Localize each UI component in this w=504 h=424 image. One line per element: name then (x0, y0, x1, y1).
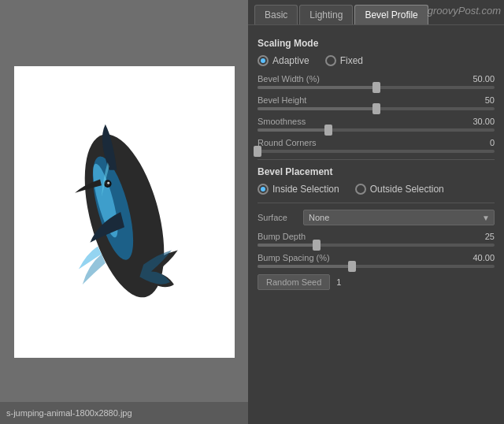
round-corners-value: 0 (467, 138, 495, 147)
radio-adaptive[interactable]: Adaptive (258, 55, 309, 66)
smoothness-track[interactable] (258, 128, 495, 132)
bevel-placement-group: Inside Selection Outside Selection (258, 184, 495, 195)
bevel-width-thumb[interactable] (372, 82, 380, 93)
bevel-height-fill (258, 107, 376, 110)
random-seed-button[interactable]: Random Seed (258, 274, 330, 290)
bump-spacing-track[interactable] (258, 265, 495, 268)
dolphin-image (54, 94, 195, 330)
bevel-width-row: Bevel Width (%) 50.00 (258, 74, 495, 89)
radio-outside[interactable]: Outside Selection (355, 184, 444, 195)
bump-spacing-row: Bump Spacing (%) 40.00 (258, 253, 495, 268)
radio-adaptive-label: Adaptive (272, 55, 309, 66)
bump-depth-fill (258, 244, 317, 247)
tabs-wrapper: Basic Lighting Bevel Profile groovyPost.… (248, 0, 504, 25)
bump-depth-label: Bump Depth (258, 232, 306, 241)
smoothness-fill (258, 128, 328, 132)
bevel-height-value: 50 (467, 95, 495, 105)
bevel-width-fill (258, 86, 376, 89)
bump-spacing-label: Bump Spacing (%) (258, 253, 330, 262)
divider-2 (258, 203, 495, 203)
filename-bar: s-jumping-animal-1800x2880.jpg (0, 402, 248, 424)
divider-1 (258, 159, 495, 160)
tab-bevel-profile[interactable]: Bevel Profile (354, 5, 428, 24)
bevel-height-row: Bevel Height 50 (258, 95, 495, 110)
smoothness-row: Smoothness 30.00 (258, 117, 495, 132)
main-layout: s-jumping-animal-1800x2880.jpg Basic Lig… (0, 0, 504, 424)
radio-inside[interactable]: Inside Selection (258, 184, 339, 195)
bump-depth-thumb[interactable] (313, 240, 321, 251)
bevel-width-value: 50.00 (467, 74, 495, 84)
watermark: groovyPost.com (428, 5, 501, 17)
radio-adaptive-circle (258, 55, 269, 66)
tab-lighting[interactable]: Lighting (299, 5, 353, 24)
seed-value: 1 (336, 277, 341, 287)
bump-depth-value: 25 (467, 232, 495, 241)
bump-spacing-value: 40.00 (467, 253, 495, 262)
bump-spacing-fill (258, 265, 352, 268)
round-corners-thumb[interactable] (254, 146, 261, 157)
smoothness-value: 30.00 (467, 117, 495, 126)
round-corners-row: Round Corners 0 (258, 138, 495, 153)
radio-inside-circle (258, 184, 269, 195)
radio-outside-circle (355, 184, 366, 195)
surface-row: Surface None Flat Matte Gloss ▼ (258, 210, 495, 225)
bevel-width-label: Bevel Width (%) (258, 74, 320, 84)
image-container (14, 66, 235, 358)
surface-select[interactable]: None Flat Matte Gloss (303, 210, 495, 225)
canvas-area: s-jumping-animal-1800x2880.jpg (0, 0, 248, 424)
bevel-height-thumb[interactable] (372, 103, 380, 114)
scaling-mode-group: Adaptive Fixed (258, 55, 495, 66)
tab-basic[interactable]: Basic (254, 5, 298, 24)
surface-label: Surface (258, 213, 297, 222)
radio-fixed[interactable]: Fixed (325, 55, 363, 66)
bevel-height-track[interactable] (258, 107, 495, 110)
panel-content: Scaling Mode Adaptive Fixed Bevel Width … (248, 25, 504, 424)
radio-fixed-circle (325, 55, 336, 66)
smoothness-thumb[interactable] (324, 125, 332, 136)
seed-row: Random Seed 1 (258, 274, 495, 290)
bump-depth-track[interactable] (258, 244, 495, 247)
bump-depth-row: Bump Depth 25 (258, 232, 495, 247)
filename-text: s-jumping-animal-1800x2880.jpg (6, 408, 132, 418)
right-panel: Basic Lighting Bevel Profile groovyPost.… (248, 0, 504, 424)
svg-point-5 (107, 182, 109, 184)
scaling-mode-title: Scaling Mode (258, 38, 495, 49)
bump-spacing-thumb[interactable] (348, 261, 356, 272)
bevel-width-track[interactable] (258, 86, 495, 89)
bevel-placement-title: Bevel Placement (258, 166, 495, 177)
round-corners-track[interactable] (258, 150, 495, 153)
smoothness-label: Smoothness (258, 117, 306, 126)
surface-dropdown-wrapper: None Flat Matte Gloss ▼ (303, 210, 495, 225)
radio-inside-label: Inside Selection (272, 184, 339, 195)
bevel-height-label: Bevel Height (258, 95, 306, 105)
radio-fixed-label: Fixed (340, 55, 363, 66)
round-corners-label: Round Corners (258, 138, 317, 147)
radio-outside-label: Outside Selection (370, 184, 444, 195)
